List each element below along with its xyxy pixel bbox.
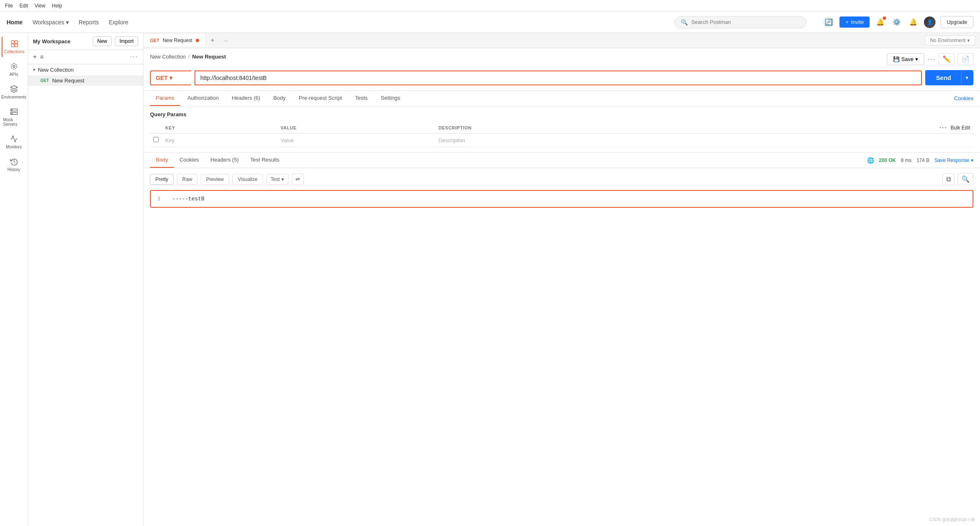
edit-icon[interactable]: ✏️ — [939, 53, 954, 65]
tab-headers[interactable]: Headers (6) — [226, 91, 266, 106]
new-button[interactable]: New — [93, 36, 112, 46]
menu-help[interactable]: Help — [52, 3, 62, 9]
nav-workspaces[interactable]: Workspaces ▾ — [33, 19, 69, 26]
menu-edit[interactable]: Edit — [19, 3, 28, 9]
method-select[interactable]: GET ▾ — [150, 70, 191, 85]
chevron-down-icon: ▾ — [66, 19, 69, 26]
docs-icon[interactable]: 📄 — [958, 53, 973, 65]
toolbar-more-icon[interactable]: ··· — [130, 53, 138, 61]
sidebar-item-apis[interactable]: APIs — [2, 59, 26, 80]
tab-authorization[interactable]: Authorization — [182, 91, 225, 106]
send-dropdown-button[interactable]: ▾ — [961, 71, 973, 85]
response-tab-headers[interactable]: Headers (5) — [205, 153, 245, 168]
request-item[interactable]: GET New Request — [28, 75, 143, 86]
tab-title: New Request — [163, 38, 192, 43]
sidebar-item-monitors[interactable]: Monitors — [2, 132, 26, 153]
collections-panel: My Workspace New Import + ≡ ··· ▾ New Co… — [28, 33, 143, 526]
import-button[interactable]: Import — [115, 36, 138, 46]
params-table: KEY VALUE DESCRIPTION ··· Bulk Edit — [150, 122, 973, 147]
key-cell[interactable]: Key — [162, 134, 277, 147]
sidebar-item-history[interactable]: History — [2, 154, 26, 175]
svg-point-5 — [11, 63, 16, 69]
filter-icon[interactable]: ≡ — [40, 54, 43, 60]
tab-method-badge: GET — [150, 38, 159, 43]
add-tab-button[interactable]: + — [206, 33, 219, 48]
invite-button[interactable]: + Invite — [839, 16, 870, 28]
sidebar-item-label-monitors: Monitors — [6, 145, 21, 149]
menu-bar: File Edit View Help — [0, 0, 980, 12]
text-format-select[interactable]: Text ▾ — [266, 174, 288, 185]
request-more-options[interactable]: ··· — [928, 56, 935, 63]
response-tab-test-results[interactable]: Test Results — [244, 153, 285, 168]
row-checkbox[interactable] — [150, 134, 162, 147]
method-label: GET — [156, 75, 168, 81]
cookies-link[interactable]: Cookies — [954, 95, 973, 101]
sidebar-item-collections[interactable]: Collections — [2, 36, 26, 57]
format-right-actions: ⧉ 🔍 — [942, 173, 973, 185]
breadcrumb-collection[interactable]: New Collection — [150, 54, 186, 60]
format-tab-preview[interactable]: Preview — [201, 174, 229, 185]
collection-item[interactable]: ▾ New Collection — [28, 64, 143, 75]
value-cell[interactable]: Value — [277, 134, 435, 147]
add-collection-icon[interactable]: + — [33, 53, 37, 61]
save-icon: 💾 — [893, 56, 900, 62]
response-tab-body[interactable]: Body — [150, 153, 174, 168]
breadcrumb-separator: / — [188, 54, 190, 60]
send-button[interactable]: Send — [926, 71, 961, 85]
chevron-down-icon: ▾ — [33, 67, 35, 73]
search-input[interactable] — [691, 19, 800, 25]
tab-tests[interactable]: Tests — [349, 91, 373, 106]
response-tab-cookies[interactable]: Cookies — [174, 153, 205, 168]
workspace-name: My Workspace — [33, 38, 89, 45]
request-area: New Collection / New Request 💾 Save ▾ ··… — [143, 48, 980, 91]
sidebar-item-mock-servers[interactable]: Mock Servers — [2, 104, 26, 130]
sidebar-item-environments[interactable]: Environments — [2, 82, 26, 103]
notification-icon[interactable]: 🔔 — [874, 16, 886, 28]
bulk-edit-button[interactable]: Bulk Edit — [951, 125, 970, 131]
response-status-bar: 🌐 200 OK 8 ms 174 B Save Response ▾ — [867, 157, 973, 164]
avatar[interactable]: 👤 — [924, 16, 935, 28]
nav-explore[interactable]: Explore — [109, 19, 128, 26]
sidebar-item-label-collections: Collections — [4, 49, 24, 54]
tab-pre-request-script[interactable]: Pre-request Script — [293, 91, 348, 106]
tab-body[interactable]: Body — [267, 91, 291, 106]
request-method-badge: GET — [40, 78, 49, 83]
nav-reports[interactable]: Reports — [79, 19, 99, 26]
settings-icon[interactable]: ⚙️ — [891, 16, 903, 28]
bell-icon[interactable]: 🔔 — [907, 16, 919, 28]
tab-settings[interactable]: Settings — [375, 91, 406, 106]
search-response-icon[interactable]: 🔍 — [958, 173, 973, 185]
params-key-header: KEY — [162, 122, 277, 134]
tab-params[interactable]: Params — [150, 91, 180, 106]
tab-overflow-button[interactable]: ··· — [219, 33, 232, 48]
nav-bar: Home Workspaces ▾ Reports Explore 🔍 🔄 + … — [0, 12, 980, 33]
format-tab-raw[interactable]: Raw — [177, 174, 197, 185]
url-input[interactable] — [195, 70, 922, 85]
menu-file[interactable]: File — [5, 3, 13, 9]
environment-selector[interactable]: No Environment ▾ — [925, 35, 975, 45]
save-response-button[interactable]: Save Response ▾ — [934, 157, 973, 163]
wrap-icon[interactable]: ⇌ — [292, 174, 304, 185]
search-bar[interactable]: 🔍 — [675, 16, 807, 28]
sidebar-item-label-mock-servers: Mock Servers — [3, 117, 25, 127]
query-params-title: Query Params — [150, 111, 973, 117]
svg-rect-0 — [11, 41, 14, 44]
chevron-down-icon: ▾ — [967, 38, 970, 43]
svg-rect-2 — [11, 44, 14, 47]
response-code-block: 1 -----testB — [150, 190, 973, 208]
sync-icon[interactable]: 🔄 — [823, 16, 835, 28]
description-cell[interactable]: Description — [435, 134, 713, 147]
request-tabs: Params Authorization Headers (6) Body Pr… — [143, 91, 980, 106]
query-params-section: Query Params KEY VALUE DESCRIPTION ··· B… — [143, 106, 980, 152]
copy-icon[interactable]: ⧉ — [942, 174, 954, 185]
active-tab[interactable]: GET New Request — [143, 34, 206, 47]
params-more-icon[interactable]: ··· — [939, 124, 947, 132]
url-bar: GET ▾ Send ▾ — [150, 70, 973, 85]
nav-home[interactable]: Home — [7, 19, 23, 26]
response-tabs-bar: Body Cookies Headers (5) Test Results 🌐 … — [143, 153, 980, 168]
format-tab-visualize[interactable]: Visualize — [232, 174, 263, 185]
save-button[interactable]: 💾 Save ▾ — [887, 53, 924, 65]
upgrade-button[interactable]: Upgrade — [940, 16, 973, 28]
format-tab-pretty[interactable]: Pretty — [150, 174, 173, 185]
menu-view[interactable]: View — [35, 3, 45, 9]
